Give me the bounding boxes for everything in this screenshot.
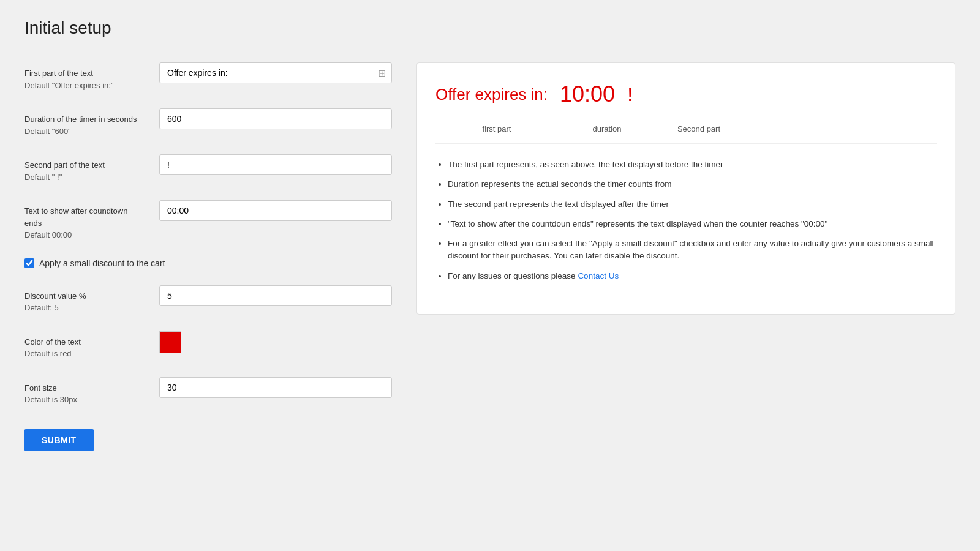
second-part-input[interactable]: [159, 154, 392, 175]
font-size-label: Font size Default is 30px: [24, 377, 147, 406]
preview-duration: 10:00: [560, 81, 615, 107]
list-item-contact: For any issues or questions please Conta…: [448, 270, 937, 282]
discount-value-input[interactable]: [159, 285, 392, 306]
list-item: The second part represents the text disp…: [448, 198, 937, 211]
color-row: Color of the text Default is red: [24, 331, 392, 360]
font-size-row: Font size Default is 30px: [24, 377, 392, 406]
preview-first-part: Offer expires in:: [435, 85, 548, 104]
color-swatch-wrapper: [159, 331, 392, 353]
list-item: "Text to show after the countdoun ends" …: [448, 218, 937, 230]
label-first-part: first part: [435, 124, 558, 133]
first-part-input-wrapper: ⊞: [159, 62, 392, 83]
list-item: Duration represents the actual seconds t…: [448, 178, 937, 190]
font-size-input[interactable]: [159, 377, 392, 398]
font-size-input-wrapper: [159, 377, 392, 398]
second-part-row: Second part of the text Default " !": [24, 154, 392, 183]
label-second-part: Second part: [656, 124, 742, 133]
preview-second-part: !: [627, 83, 633, 106]
first-part-row: First part of the text Default "Offer ex…: [24, 62, 392, 91]
first-part-label: First part of the text Default "Offer ex…: [24, 62, 147, 91]
info-list: The first part represents, as seen above…: [435, 159, 937, 282]
duration-row: Duration of the timer in seconds Default…: [24, 108, 392, 137]
discount-checkbox-row: Apply a small discount to the cart: [24, 258, 392, 268]
discount-checkbox[interactable]: [24, 258, 34, 268]
list-item: For a greater effect you can select the …: [448, 238, 937, 263]
color-picker-swatch[interactable]: [159, 331, 181, 353]
first-part-input[interactable]: [159, 62, 392, 83]
discount-checkbox-label[interactable]: Apply a small discount to the cart: [39, 258, 165, 268]
duration-input[interactable]: [159, 108, 392, 129]
list-item: The first part represents, as seen above…: [448, 159, 937, 171]
countdown-end-label: Text to show after coundtown ends Defaul…: [24, 200, 147, 241]
countdown-end-input[interactable]: [159, 200, 392, 221]
contact-us-link[interactable]: Contact Us: [578, 271, 619, 280]
timer-display: Offer expires in: 10:00 !: [435, 81, 937, 107]
second-part-input-wrapper: [159, 154, 392, 175]
second-part-label: Second part of the text Default " !": [24, 154, 147, 183]
page-title: Initial setup: [24, 18, 956, 38]
label-duration: duration: [558, 124, 656, 133]
color-label: Color of the text Default is red: [24, 331, 147, 360]
duration-input-wrapper: [159, 108, 392, 129]
duration-label: Duration of the timer in seconds Default…: [24, 108, 147, 137]
countdown-end-input-wrapper: [159, 200, 392, 221]
discount-value-label: Discount value % Default: 5: [24, 285, 147, 314]
settings-form: First part of the text Default "Offer ex…: [24, 62, 392, 451]
submit-button[interactable]: SUBMIT: [24, 429, 94, 451]
text-input-icon: ⊞: [378, 67, 386, 79]
countdown-end-row: Text to show after coundtown ends Defaul…: [24, 200, 392, 241]
preview-panel: Offer expires in: 10:00 ! first part dur…: [417, 62, 956, 315]
discount-value-row: Discount value % Default: 5: [24, 285, 392, 314]
discount-value-input-wrapper: [159, 285, 392, 306]
timer-labels: first part duration Second part: [435, 124, 937, 144]
